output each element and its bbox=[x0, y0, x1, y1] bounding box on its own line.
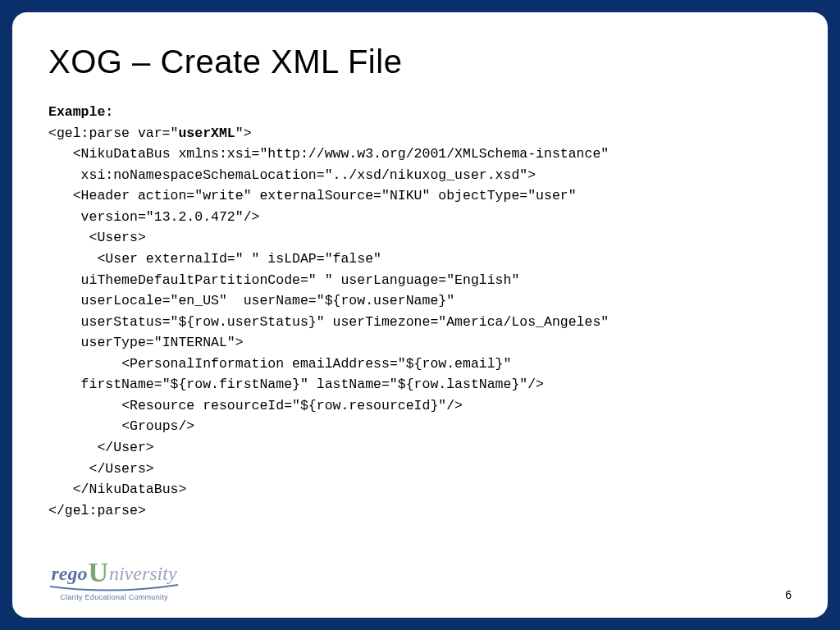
code-line: <Groups/> bbox=[48, 418, 194, 434]
code-line: <Resource resourceId="${row.resourceId}"… bbox=[48, 398, 463, 413]
code-line: userStatus="${row.userStatus}" userTimez… bbox=[48, 314, 609, 330]
code-line: xsi:noNamespaceSchemaLocation="../xsd/ni… bbox=[48, 167, 536, 183]
code-line: <NikuDataBus xmlns:xsi="http://www.w3.or… bbox=[48, 146, 609, 162]
logo-text-rego: rego bbox=[51, 564, 87, 583]
logo: regoUniversity Clarity Educational Commu… bbox=[48, 557, 180, 601]
logo-swoosh-icon bbox=[48, 583, 180, 591]
code-line: </gel:parse> bbox=[48, 503, 146, 518]
footer: regoUniversity Clarity Educational Commu… bbox=[48, 557, 792, 601]
slide: XOG – Create XML File Example: <gel:pars… bbox=[12, 12, 828, 618]
logo-text-niv: niversity bbox=[109, 564, 177, 583]
code-line: </NikuDataBus> bbox=[48, 482, 186, 497]
code-line: <Header action="write" externalSource="N… bbox=[48, 188, 577, 203]
code-var: userXML bbox=[178, 126, 235, 141]
code-line: <PersonalInformation emailAddress="${row… bbox=[48, 356, 511, 372]
page-number: 6 bbox=[785, 588, 792, 601]
code-line: "> bbox=[235, 126, 252, 141]
code-line: version="13.2.0.472"/> bbox=[48, 209, 259, 225]
code-line: firstName="${row.firstName}" lastName="$… bbox=[48, 377, 544, 392]
code-line: </Users> bbox=[48, 461, 154, 477]
code-line: <gel:parse var=" bbox=[48, 126, 178, 141]
code-line: userLocale="en_US" userName="${row.userN… bbox=[48, 293, 454, 308]
logo-tagline: Clarity Educational Community bbox=[60, 593, 168, 601]
code-line: </User> bbox=[48, 440, 154, 455]
code-line: userType="INTERNAL"> bbox=[48, 335, 244, 350]
code-line: <User externalId=" " isLDAP="false" bbox=[48, 251, 381, 267]
code-line: uiThemeDefaultPartitionCode=" " userLang… bbox=[48, 272, 519, 288]
logo-wordmark: regoUniversity bbox=[51, 557, 176, 585]
code-line: <Users> bbox=[48, 230, 146, 245]
code-example: Example: <gel:parse var="userXML"> <Niku… bbox=[48, 102, 792, 521]
slide-title: XOG – Create XML File bbox=[48, 43, 792, 80]
example-label: Example: bbox=[48, 104, 113, 120]
logo-text-u: U bbox=[88, 559, 108, 587]
